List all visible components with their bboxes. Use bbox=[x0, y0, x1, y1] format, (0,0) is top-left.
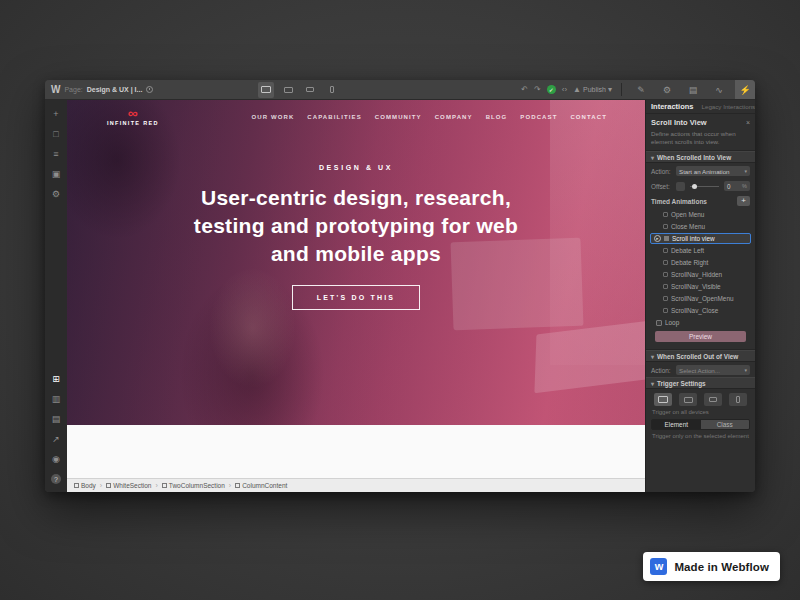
add-element-button[interactable]: + bbox=[45, 104, 67, 124]
nav-link-blog[interactable]: BLOG bbox=[486, 114, 508, 120]
animation-item-scrollnav-hidden[interactable]: ScrollNav_Hidden bbox=[650, 269, 751, 280]
brand-name: INFINITE RED bbox=[107, 120, 159, 126]
nav-link-our-work[interactable]: OUR WORK bbox=[252, 114, 295, 120]
section-scrolled-into-view[interactable]: ▾ When Scrolled Into View bbox=[646, 151, 755, 163]
offset-slider[interactable] bbox=[690, 186, 719, 187]
breadcrumb-item-columncontent[interactable]: ColumnContent bbox=[232, 482, 290, 489]
site-nav: OUR WORK CAPABILITIES COMMUNITY COMPANY … bbox=[252, 114, 607, 120]
loop-label: Loop bbox=[665, 319, 679, 326]
phone-portrait-device-icon[interactable] bbox=[324, 82, 340, 98]
animation-label: ScrollNav_Close bbox=[671, 307, 718, 314]
animation-item-close-menu[interactable]: Close Menu bbox=[650, 221, 751, 232]
site-logo[interactable]: ∞ INFINITE RED bbox=[107, 108, 159, 126]
webflow-logo[interactable]: W bbox=[51, 84, 60, 95]
desktop-device-icon[interactable] bbox=[258, 82, 274, 98]
phone-landscape-device-icon[interactable] bbox=[302, 82, 318, 98]
style-panel-tab[interactable]: ✎ bbox=[631, 80, 651, 99]
device-preview-switcher bbox=[258, 80, 340, 99]
hero-heading-line1: User-centric design, research, bbox=[67, 184, 645, 212]
made-in-webflow-badge[interactable]: w Made in Webflow bbox=[643, 552, 780, 581]
trigger-desktop-button[interactable] bbox=[654, 393, 672, 406]
design-canvas: ∞ INFINITE RED OUR WORK CAPABILITIES COM… bbox=[67, 100, 645, 492]
animation-item-debate-right[interactable]: Debate Right bbox=[650, 257, 751, 268]
video-tutorials-button[interactable]: ▥ bbox=[45, 389, 67, 409]
assets-button[interactable]: ▣ bbox=[45, 164, 67, 184]
help-button[interactable]: ? bbox=[45, 469, 67, 489]
lightning-icon: ⚡ bbox=[739, 85, 750, 95]
breadcrumb-item-whitesection[interactable]: WhiteSection bbox=[103, 482, 154, 489]
pages-button[interactable]: □ bbox=[45, 124, 67, 144]
offset-label: Offset: bbox=[651, 183, 673, 190]
section-scrolled-out-of-view[interactable]: ▾ When Scrolled Out of View bbox=[646, 350, 755, 362]
breadcrumb-item-twocolumnsection[interactable]: TwoColumnSection bbox=[159, 482, 228, 489]
action-out-select[interactable]: Select Action... ▾ bbox=[676, 365, 750, 375]
trigger-tablet-button[interactable] bbox=[679, 393, 697, 406]
breadcrumb-label: ColumnContent bbox=[242, 482, 287, 489]
class-toggle-button[interactable]: Class bbox=[701, 420, 750, 429]
page-name[interactable]: Design & UX | I... bbox=[87, 86, 143, 93]
symbols-tab[interactable]: ∿ bbox=[709, 80, 729, 99]
hero-section[interactable]: ∞ INFINITE RED OUR WORK CAPABILITIES COM… bbox=[67, 100, 645, 425]
left-toolbar: + □ ≡ ▣ ⚙ ⊞ ▥ ▤ ↗ ◉ ? bbox=[45, 100, 67, 492]
trigger-device-row bbox=[646, 389, 755, 408]
section-trigger-settings[interactable]: ▾ Trigger Settings bbox=[646, 377, 755, 389]
style-manager-icon: ▤ bbox=[689, 85, 698, 95]
loop-checkbox[interactable] bbox=[656, 320, 662, 326]
breadcrumb-item-body[interactable]: Body bbox=[71, 482, 99, 489]
gear-icon: ⚙ bbox=[663, 85, 671, 95]
legacy-label: Legacy Interactions bbox=[702, 103, 755, 110]
account-button[interactable]: ◉ bbox=[45, 449, 67, 469]
animation-item-scroll-into-view-selected[interactable]: ▸ Scroll into view bbox=[650, 233, 751, 244]
animation-item-open-menu[interactable]: Open Menu bbox=[650, 209, 751, 220]
action-label: Action: bbox=[651, 168, 673, 175]
preview-toggle-button[interactable]: ⊞ bbox=[45, 369, 67, 389]
animation-icon bbox=[663, 260, 668, 265]
style-manager-tab[interactable]: ▤ bbox=[683, 80, 703, 99]
add-animation-button[interactable]: + bbox=[737, 196, 750, 206]
tablet-device-icon[interactable] bbox=[280, 82, 296, 98]
undo-icon[interactable]: ↶ bbox=[521, 86, 528, 94]
section-element-icon bbox=[162, 483, 167, 488]
close-icon[interactable]: × bbox=[746, 119, 750, 126]
nav-link-podcast[interactable]: PODCAST bbox=[520, 114, 557, 120]
play-icon[interactable]: ▸ bbox=[654, 235, 661, 242]
preview-button[interactable]: Preview bbox=[655, 331, 746, 342]
element-toggle-button[interactable]: Element bbox=[652, 420, 701, 429]
publish-button[interactable]: ▲ Publish ▾ bbox=[573, 86, 612, 94]
export-code-icon[interactable]: ‹› bbox=[562, 86, 567, 94]
nav-link-community[interactable]: COMMUNITY bbox=[375, 114, 422, 120]
animation-item-scrollnav-visible[interactable]: ScrollNav_Visible bbox=[650, 281, 751, 292]
section-label: When Scrolled Into View bbox=[657, 154, 731, 161]
comments-button[interactable]: ▤ bbox=[45, 409, 67, 429]
assets-icon: ▣ bbox=[52, 169, 61, 179]
action-select[interactable]: Start an Animation ▾ bbox=[676, 166, 750, 176]
offset-unit-toggle[interactable] bbox=[676, 182, 685, 191]
timed-animations-row: Timed Animations + bbox=[646, 193, 755, 208]
trigger-phone-portrait-button[interactable] bbox=[729, 393, 747, 406]
element-settings-tab[interactable]: ⚙ bbox=[657, 80, 677, 99]
share-button[interactable]: ↗ bbox=[45, 429, 67, 449]
history-clock-icon[interactable] bbox=[146, 86, 153, 93]
animation-item-scrollnav-openmenu[interactable]: ScrollNav_OpenMenu bbox=[650, 293, 751, 304]
slider-knob[interactable] bbox=[692, 184, 697, 189]
hero-heading: User-centric design, research, testing a… bbox=[67, 184, 645, 268]
white-section[interactable] bbox=[67, 425, 645, 478]
redo-icon[interactable]: ↷ bbox=[534, 86, 541, 94]
site-settings-button[interactable]: ⚙ bbox=[45, 184, 67, 204]
cta-button[interactable]: LET'S DO THIS bbox=[292, 285, 421, 310]
animation-item-scrollnav-close[interactable]: ScrollNav_Close bbox=[650, 305, 751, 316]
trigger-element-note: Trigger only on the selected element bbox=[646, 432, 755, 442]
nav-link-contact[interactable]: CONTACT bbox=[570, 114, 607, 120]
interactions-tab[interactable]: ⚡ bbox=[735, 80, 755, 99]
animation-label: Scroll into view bbox=[672, 235, 715, 242]
nav-link-capabilities[interactable]: CAPABILITIES bbox=[307, 114, 361, 120]
chevron-down-icon: ▾ bbox=[651, 353, 654, 360]
designer-main-row: + □ ≡ ▣ ⚙ ⊞ ▥ ▤ ↗ ◉ ? bbox=[45, 100, 755, 492]
offset-input[interactable]: 0 % bbox=[724, 181, 750, 191]
navigator-button[interactable]: ≡ bbox=[45, 144, 67, 164]
animation-item-debate-left[interactable]: Debate Left bbox=[650, 245, 751, 256]
nav-link-company[interactable]: COMPANY bbox=[435, 114, 473, 120]
badge-text: Made in Webflow bbox=[674, 561, 769, 573]
element-class-toggle: Element Class bbox=[651, 419, 750, 430]
trigger-phone-landscape-button[interactable] bbox=[704, 393, 722, 406]
